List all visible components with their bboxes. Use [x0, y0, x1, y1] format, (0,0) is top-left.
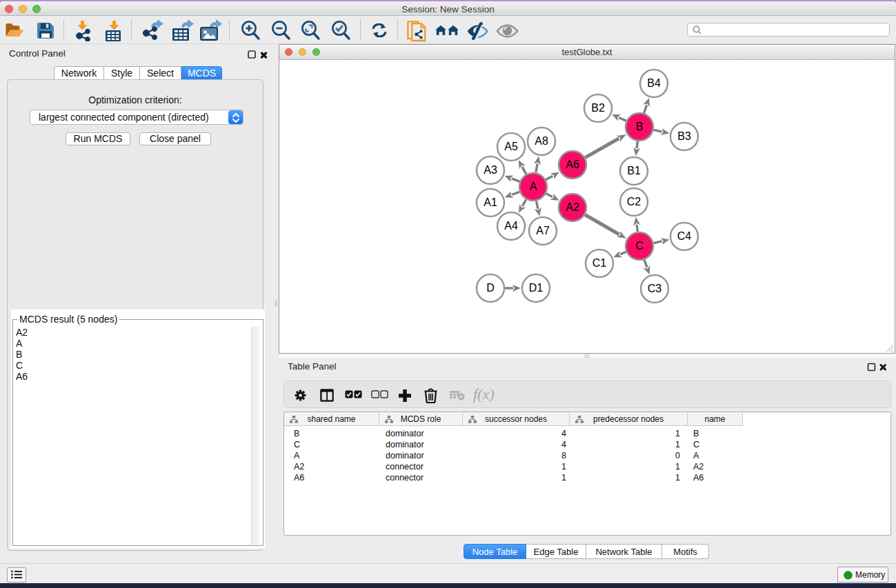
- svg-text:B4: B4: [647, 77, 661, 89]
- svg-text:A: A: [530, 181, 537, 192]
- svg-text:A3: A3: [484, 164, 497, 176]
- svg-text:C: C: [635, 240, 644, 252]
- svg-text:C4: C4: [677, 230, 692, 242]
- svg-text:A4: A4: [504, 220, 518, 232]
- svg-text:A5: A5: [504, 141, 518, 152]
- svg-text:B: B: [636, 121, 644, 132]
- svg-text:C1: C1: [593, 257, 607, 269]
- svg-text:B3: B3: [677, 130, 691, 142]
- svg-text:D1: D1: [529, 282, 544, 294]
- svg-text:A7: A7: [536, 225, 550, 236]
- svg-text:A2: A2: [566, 201, 579, 213]
- svg-text:B2: B2: [591, 102, 605, 114]
- svg-text:A6: A6: [566, 159, 579, 170]
- svg-text:A8: A8: [535, 135, 548, 147]
- svg-text:A1: A1: [484, 196, 497, 208]
- svg-text:D: D: [486, 282, 495, 294]
- svg-text:C3: C3: [648, 283, 662, 294]
- svg-text:B1: B1: [627, 165, 641, 176]
- svg-text:C2: C2: [627, 196, 641, 207]
